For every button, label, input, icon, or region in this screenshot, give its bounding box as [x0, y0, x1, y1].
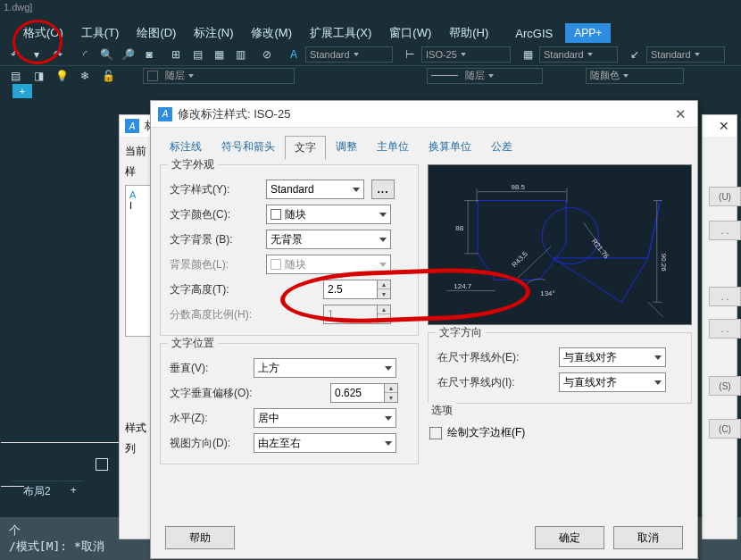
table-style-dropdown[interactable]: Standard: [539, 46, 618, 63]
group-text-direction: 文字方向 在尺寸界线外(E): 与直线对齐 在尺寸界线内(I): 与直线对齐: [428, 332, 692, 404]
multileader-icon[interactable]: ↙: [625, 46, 645, 63]
cancel-button[interactable]: 取消: [613, 526, 683, 549]
table-icon[interactable]: ▦: [209, 46, 229, 63]
menu-app-plus[interactable]: APP+: [565, 23, 611, 43]
color-dropdown[interactable]: 随层: [143, 68, 295, 84]
layer-b-icon[interactable]: ◨: [29, 67, 48, 85]
redo-icon[interactable]: ↷: [48, 46, 68, 63]
menu-tools[interactable]: 工具(T): [72, 22, 129, 44]
stub-button[interactable]: . .: [709, 319, 741, 339]
tab-lines[interactable]: 标注线: [160, 135, 212, 159]
stub-button[interactable]: . .: [709, 287, 741, 306]
dimstyle-icon[interactable]: ⊢: [400, 46, 420, 63]
stub-button[interactable]: (S): [709, 376, 741, 396]
app-background: 1.dwg] 格式(O) 工具(T) 绘图(D) 标注(N) 修改(M) 扩展工…: [0, 0, 741, 560]
layout-add-tab[interactable]: +: [63, 481, 84, 500]
vertical-combo[interactable]: 上方: [254, 358, 396, 378]
stub-button[interactable]: (C): [709, 419, 741, 439]
color-swatch-icon: [271, 209, 281, 220]
close-icon[interactable]: ✕: [670, 106, 690, 122]
text-color-combo[interactable]: 随块: [266, 205, 391, 224]
cursor-box-icon: [96, 458, 108, 471]
tool-icon-k[interactable]: ⊘: [257, 46, 277, 63]
panel-icon[interactable]: ▥: [230, 46, 250, 63]
draw-frame-checkbox[interactable]: [429, 427, 442, 439]
caret-down-icon: [379, 213, 387, 217]
caret-down-icon: [353, 188, 360, 192]
dialog-icon: A: [158, 107, 172, 121]
menu-ext[interactable]: 扩展工具(X): [301, 22, 380, 44]
label-voffset: 文字垂直偏移(O):: [170, 386, 279, 401]
text-style-dropdown[interactable]: Standard: [305, 46, 393, 63]
zoom-in-icon[interactable]: 🔍: [96, 46, 116, 63]
group-text-position: 文字位置 垂直(V): 上方 文字垂直偏移(O): ▲▼: [160, 343, 419, 464]
stub-button[interactable]: (U): [709, 187, 741, 206]
tab-adjust[interactable]: 调整: [326, 135, 367, 159]
linetype-dropdown[interactable]: 随层: [427, 68, 543, 84]
tab-tol[interactable]: 公差: [481, 135, 522, 159]
ok-button[interactable]: 确定: [535, 526, 604, 549]
stub-button[interactable]: . .: [709, 221, 741, 240]
text-style-ellipsis-button[interactable]: ...: [371, 180, 395, 199]
text-style-combo[interactable]: Standard: [266, 180, 364, 199]
caret-down-icon: [654, 355, 662, 360]
fraction-scale-input: [323, 305, 377, 324]
layer-bulb-icon[interactable]: 💡: [52, 67, 71, 85]
multileader-style-dropdown[interactable]: Standard: [646, 46, 725, 63]
viewdir-combo[interactable]: 由左至右: [254, 433, 396, 453]
dialog-tabs: 标注线 符号和箭头 文字 调整 主单位 换算单位 公差: [151, 128, 697, 159]
text-height-spinner[interactable]: ▲▼: [323, 280, 395, 299]
caret-down-icon: [623, 74, 629, 78]
menu-arcgis[interactable]: ArcGIS: [506, 24, 562, 43]
help-button[interactable]: 帮助: [165, 526, 235, 549]
inside-combo[interactable]: 与直线对齐: [559, 372, 666, 392]
menu-help[interactable]: 帮助(H): [440, 22, 497, 44]
spin-down-icon[interactable]: ▼: [378, 289, 390, 298]
zoom-out-icon[interactable]: 🔎: [118, 46, 137, 63]
tab-arrows[interactable]: 符号和箭头: [212, 135, 285, 159]
spin-up-icon[interactable]: ▲: [378, 280, 390, 289]
label-inside: 在尺寸界线内(I):: [437, 375, 552, 390]
voffset-input[interactable]: [330, 383, 384, 403]
dialog-titlebar[interactable]: A 修改标注样式: ISO-25 ✕: [151, 101, 697, 128]
new-tab-icon[interactable]: +: [12, 84, 32, 98]
tool-icon-d[interactable]: ◙: [139, 46, 159, 63]
menu-format[interactable]: 格式(O): [14, 22, 72, 44]
menu-window[interactable]: 窗口(W): [380, 22, 440, 44]
tab-primary[interactable]: 主单位: [367, 135, 419, 159]
color-swatch-icon: [147, 71, 158, 81]
menu-draw[interactable]: 绘图(D): [128, 22, 185, 44]
plotstyle-dropdown[interactable]: 随颜色: [586, 68, 684, 84]
undo-caret-icon[interactable]: ▾: [27, 46, 46, 63]
layout-tab[interactable]: 布局2: [12, 481, 62, 500]
dim-style-dropdown[interactable]: ISO-25: [421, 46, 511, 63]
layer-freeze-icon[interactable]: ❄: [75, 67, 95, 85]
caret-down-icon: [354, 53, 359, 56]
text-bg-combo[interactable]: 无背景: [266, 230, 391, 249]
menu-bar: 格式(O) 工具(T) 绘图(D) 标注(N) 修改(M) 扩展工具(X) 窗口…: [0, 22, 741, 44]
spin-up-icon: ▲: [378, 305, 390, 314]
close-icon[interactable]: ✕: [719, 119, 729, 133]
undo-icon[interactable]: ↶: [5, 46, 25, 63]
standard-icon[interactable]: A: [284, 46, 304, 63]
caret-down-icon: [654, 380, 662, 385]
dim-text: 90.26: [660, 254, 668, 272]
spin-down-icon[interactable]: ▼: [385, 393, 397, 402]
menu-dim[interactable]: 标注(N): [185, 22, 242, 44]
voffset-spinner[interactable]: ▲▼: [330, 383, 402, 403]
tool-icon-a[interactable]: ◜: [75, 46, 95, 63]
tab-alt[interactable]: 换算单位: [419, 135, 481, 159]
tab-text[interactable]: 文字: [285, 136, 326, 160]
list-icon[interactable]: ▤: [187, 46, 207, 63]
style-item[interactable]: I: [129, 200, 132, 211]
table-style-icon[interactable]: ▦: [518, 46, 537, 63]
outside-combo[interactable]: 与直线对齐: [559, 347, 666, 367]
horizontal-combo[interactable]: 居中: [254, 408, 396, 428]
menu-modify[interactable]: 修改(M): [242, 22, 301, 44]
layer-lock-icon[interactable]: 🔓: [98, 67, 118, 85]
spin-up-icon[interactable]: ▲: [385, 384, 397, 393]
layer-manager-icon[interactable]: ▤: [5, 67, 25, 85]
text-height-input[interactable]: [323, 280, 377, 299]
grid-icon[interactable]: ⊞: [166, 46, 186, 63]
toolbar-row-1: ↶ ▾ ↷ ◜ 🔍 🔎 ◙ ⊞ ▤ ▦ ▥ ⊘ A Standard ⊢ ISO…: [0, 44, 741, 65]
